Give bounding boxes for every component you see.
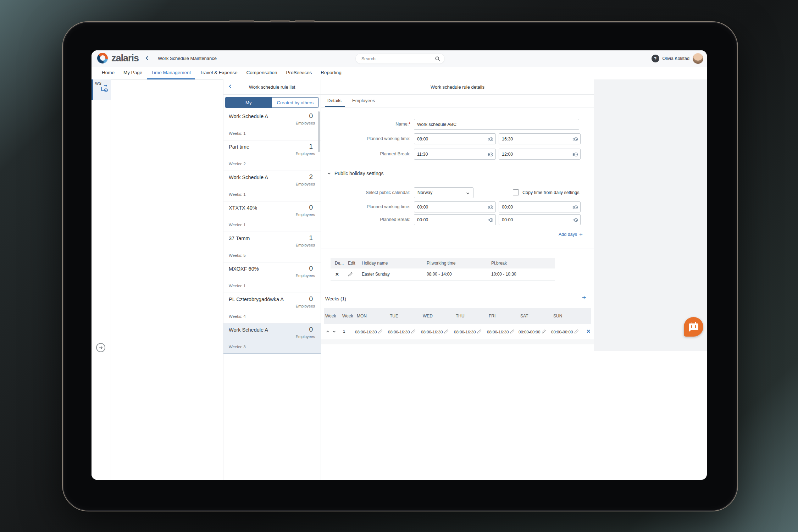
employees-label: Employees [296,212,315,217]
details-tabs: Details Employees [321,94,594,107]
tue-time-cell: 08:00-16:30 [388,329,416,334]
name-field[interactable] [414,119,579,130]
chatbot-button[interactable] [684,317,703,337]
copy-time-checkbox[interactable] [513,189,519,195]
edit-time-icon[interactable] [411,329,416,334]
time-picker-icon[interactable] [572,204,578,212]
holiday-table-row: ✕ Easter Sunday 08:00 - 14:00 10:00 - 10… [331,268,555,281]
list-item[interactable]: Work Schedule A 2 Employees Weeks: 1 [223,171,321,201]
list-item[interactable]: MXOXF 60% 0 Employees Weeks: 1 [223,262,321,293]
col-tue: TUE [390,314,398,318]
nav-item-time-management[interactable]: Time Management [147,67,195,79]
time-picker-icon[interactable] [487,151,493,159]
move-week-up-icon[interactable] [325,329,330,334]
public-holiday-section-header[interactable]: Public holiday settings [327,171,384,176]
list-scrollbar[interactable] [318,111,320,152]
user-avatar[interactable] [693,53,703,64]
holiday-break-to-field[interactable] [499,214,581,225]
tab-details[interactable]: Details [327,98,342,103]
zalaris-logo-icon [97,53,108,63]
holiday-pwt-to-input[interactable] [502,202,571,212]
edit-time-icon[interactable] [477,329,482,334]
left-rail: WS [92,79,111,480]
col-fri: FRI [489,314,495,318]
pwt-to-field[interactable] [499,133,581,144]
chatbot-icon [689,323,698,330]
employees-label: Employees [296,304,315,308]
time-picker-icon[interactable] [572,217,578,225]
list-item[interactable]: PL Czterobrygadówka A 0 Employees Weeks:… [223,293,321,323]
employees-label: Employees [296,334,315,339]
delete-row-icon[interactable]: ✕ [335,272,339,277]
break-cell: 10:00 - 10:30 [491,272,516,277]
weeks-table-row: 1 08:00-16:30 08:00-16:30 08:00-16:30 08… [324,324,591,340]
list-item-selected[interactable]: Work Schedule A 0 Employees Weeks: 3 [223,323,321,354]
time-picker-icon[interactable] [487,217,493,225]
holiday-pwt-from-input[interactable] [417,202,486,212]
week-number: 1 [343,329,345,333]
nav-item-travel-expense[interactable]: Travel & Expense [196,67,241,79]
help-icon[interactable]: ? [652,55,659,62]
back-chevron-icon[interactable] [144,55,150,61]
list-item[interactable]: Work Schedule A 0 Employees Weeks: 1 [223,110,321,140]
collapse-chevron-icon [327,171,332,176]
add-days-button[interactable]: Add days+ [559,232,583,237]
segment-my[interactable]: My [225,98,272,107]
search-bar[interactable] [355,53,445,64]
public-calendar-dropdown[interactable]: Norway [414,187,473,198]
list-item[interactable]: Part time 1 Employees Weeks: 2 [223,140,321,171]
rule-title: Part time [229,144,249,150]
edit-time-icon[interactable] [574,329,579,334]
break-from-field[interactable] [414,149,496,160]
holiday-break-to-input[interactable] [502,215,571,225]
dropdown-value: Norway [417,190,432,195]
holiday-break-from-input[interactable] [417,215,486,225]
employees-label: Employees [296,182,315,186]
nav-item-reporting[interactable]: Reporting [317,67,345,79]
move-week-down-icon[interactable] [332,329,337,334]
break-from-input[interactable] [417,149,486,159]
employee-count: 0 [309,326,313,333]
edit-time-icon[interactable] [510,329,515,334]
nav-item-compensation[interactable]: Compensation [242,67,281,79]
nav-item-proservices[interactable]: ProServices [282,67,316,79]
planned-break-label: Planned Break: [325,151,410,156]
time-picker-icon[interactable] [572,136,578,144]
app-header: zalaris Work Schedule Maintenance ? Oliv… [92,50,707,67]
delete-week-icon[interactable]: ✕ [586,328,591,334]
select-calendar-label: Select public calendar: [325,190,410,195]
col-delete: De... [335,261,344,266]
time-picker-icon[interactable] [572,151,578,159]
time-picker-icon[interactable] [487,204,493,212]
nav-item-home[interactable]: Home [98,67,118,79]
user-name[interactable]: Olivia Kolstad [663,56,689,61]
segment-created-by-others[interactable]: Created by others [272,98,319,107]
holiday-pwt-to-field[interactable] [499,201,581,212]
list-item[interactable]: XTXTX 40% 0 Employees Weeks: 1 [223,201,321,232]
edit-row-icon[interactable] [348,272,353,278]
edit-time-icon[interactable] [542,329,546,334]
edit-time-icon[interactable] [378,329,383,334]
expand-rail-button[interactable] [96,343,105,352]
search-icon[interactable] [435,56,440,63]
holiday-break-from-field[interactable] [414,214,496,225]
name-label: Name:* [325,122,410,127]
search-input[interactable] [361,54,431,64]
holiday-pwt-from-field[interactable] [414,201,496,212]
list-item[interactable]: 37 Tamm 1 Employees Weeks: 5 [223,232,321,262]
pwt-to-input[interactable] [502,134,571,144]
col-sat: SAT [520,314,528,318]
edit-time-icon[interactable] [444,329,449,334]
chatbot-icon-tail [689,330,691,332]
time-picker-icon[interactable] [487,136,493,144]
break-to-field[interactable] [499,149,581,160]
name-input[interactable] [417,120,570,129]
employees-label: Employees [296,151,315,156]
pwt-from-field[interactable] [414,133,496,144]
nav-item-my-page[interactable]: My Page [120,67,146,79]
work-schedule-tile[interactable]: WS [92,79,111,100]
add-week-button[interactable]: + [582,293,586,302]
tab-employees[interactable]: Employees [352,98,375,103]
pwt-from-input[interactable] [417,134,486,144]
break-to-input[interactable] [502,149,571,159]
